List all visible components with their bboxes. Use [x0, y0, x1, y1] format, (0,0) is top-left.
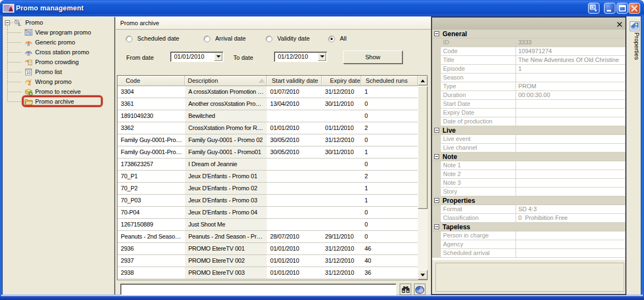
svg-text:2: 2 [28, 80, 31, 86]
svg-text:10: 10 [26, 71, 31, 75]
